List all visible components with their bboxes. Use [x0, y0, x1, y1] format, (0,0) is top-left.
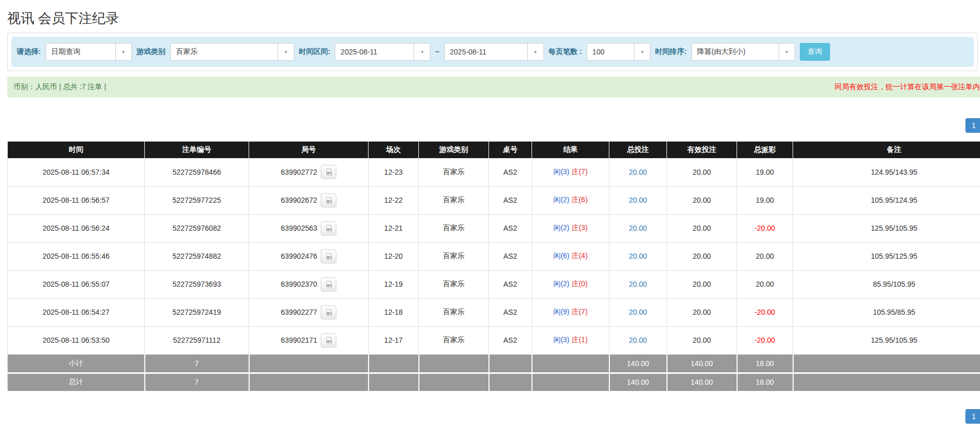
- total-payout: 18.00: [737, 373, 793, 391]
- video-record-button[interactable]: [321, 305, 336, 319]
- result-cell: 闲(3) 庄(1): [532, 326, 609, 354]
- session-number: 12-23: [369, 158, 419, 186]
- result-player: 闲(3): [553, 335, 569, 344]
- round-id: 639902672: [281, 196, 317, 204]
- table-row: 2025-08-11 06:53:50 522725971112 6399021…: [8, 326, 980, 354]
- total-bet-link[interactable]: 20.00: [629, 252, 647, 260]
- page-button[interactable]: 1: [965, 118, 980, 133]
- date-to-select[interactable]: 2025-08-11 ▼: [444, 43, 544, 61]
- table-number: AS2: [489, 298, 532, 326]
- video-record-button[interactable]: [321, 333, 336, 347]
- round-id-cell: 639902277: [249, 298, 369, 326]
- game-type: 百家乐: [419, 214, 489, 242]
- session-number: 12-21: [369, 214, 419, 242]
- bet-time: 2025-08-11 06:54:27: [8, 298, 145, 326]
- payout: 20.00: [737, 270, 793, 298]
- result-banker: 庄(6): [571, 195, 588, 204]
- bet-id: 522725978466: [145, 158, 249, 186]
- payout: 20.00: [737, 242, 793, 270]
- total-bet-cell: 20.00: [609, 298, 667, 326]
- column-header: 备注: [793, 142, 980, 158]
- game-type-label: 游戏类别: [137, 47, 166, 57]
- result-cell: 闲(6) 庄(4): [532, 242, 609, 270]
- total-bet-link[interactable]: 20.00: [629, 308, 647, 316]
- result-cell: 闲(9) 庄(7): [532, 298, 609, 326]
- video-record-button[interactable]: [321, 193, 336, 207]
- total-bet-link[interactable]: 20.00: [629, 280, 647, 288]
- game-type: 百家乐: [419, 270, 489, 298]
- column-header: 场次: [369, 142, 419, 158]
- column-header: 注单编号: [145, 142, 249, 158]
- total-bet-link[interactable]: 20.00: [629, 168, 647, 176]
- chevron-down-icon: ▼: [414, 44, 430, 60]
- table-number: AS2: [489, 242, 532, 270]
- game-type: 百家乐: [419, 298, 489, 326]
- date-range-separator: ~: [435, 48, 439, 56]
- remark: 124.95/143.95: [793, 158, 980, 186]
- result-banker: 庄(0): [571, 279, 588, 288]
- column-header: 桌号: [489, 142, 532, 158]
- round-id-cell: 639902171: [249, 326, 369, 354]
- total-bet-link[interactable]: 20.00: [629, 336, 647, 344]
- round-id-cell: 639902772: [249, 158, 369, 186]
- total-valid-bet: 140.00: [667, 373, 737, 391]
- time-range-label: 时间区间:: [299, 47, 331, 57]
- result-player: 闲(2): [553, 279, 569, 288]
- total-bet-cell: 20.00: [609, 158, 667, 186]
- total-total-bet: 140.00: [609, 373, 667, 391]
- bet-time: 2025-08-11 06:57:34: [8, 158, 145, 186]
- subtotal-payout: 18.00: [737, 354, 793, 373]
- sort-select[interactable]: 降冪(由大到小) ▼: [691, 43, 795, 61]
- round-id-cell: 639902672: [249, 186, 369, 214]
- bet-time: 2025-08-11 06:55:46: [8, 242, 145, 270]
- round-id: 639902476: [281, 252, 317, 260]
- query-type-select[interactable]: 日期查询 ▼: [46, 43, 132, 61]
- chevron-down-icon: ▼: [779, 44, 795, 60]
- payout: 19.00: [737, 186, 793, 214]
- column-header: 结果: [532, 142, 609, 158]
- table-row: 2025-08-11 06:55:07 522725973693 6399023…: [8, 270, 980, 298]
- video-record-button[interactable]: [321, 249, 336, 263]
- total-bet-link[interactable]: 20.00: [629, 196, 647, 204]
- bet-records-table: 时间注单编号局号场次游戏类别桌号结果总投注有效投注总派彩备注 2025-08-1…: [7, 142, 980, 393]
- table-row: 2025-08-11 06:56:24 522725976082 6399025…: [8, 214, 980, 242]
- video-record-button[interactable]: [321, 221, 336, 235]
- total-bet-link[interactable]: 20.00: [629, 224, 647, 232]
- video-file-icon: [325, 197, 333, 204]
- page-content: 视讯 会员下注纪录 请选择: 日期查询 ▼ 游戏类别 百家乐 ▼ 时间区间: 2…: [7, 9, 980, 424]
- column-header: 总派彩: [737, 142, 793, 158]
- bet-time: 2025-08-11 06:53:50: [8, 326, 145, 354]
- page-size-label: 每页笔数 :: [549, 47, 582, 57]
- round-id: 639902277: [281, 308, 317, 316]
- pagination-bottom: 1: [7, 409, 980, 424]
- chevron-down-icon: ▼: [634, 44, 650, 60]
- total-count: 7: [145, 373, 249, 391]
- game-type-select[interactable]: 百家乐 ▼: [170, 43, 294, 61]
- page-button[interactable]: 1: [965, 409, 980, 424]
- bet-time: 2025-08-11 06:56:24: [8, 214, 145, 242]
- video-record-button[interactable]: [321, 277, 336, 291]
- remark: 85.95/105.95: [793, 270, 980, 298]
- table-header-row: 时间注单编号局号场次游戏类别桌号结果总投注有效投注总派彩备注: [8, 142, 980, 158]
- valid-bet: 20.00: [667, 242, 737, 270]
- date-from-select[interactable]: 2025-08-11 ▼: [335, 43, 430, 61]
- page-size-select[interactable]: 100 ▼: [587, 43, 650, 61]
- round-id: 639902772: [281, 168, 317, 176]
- remark: 125.95/105.95: [793, 214, 980, 242]
- currency-total-text: 币别：人民币 | 总共 :7 注单 |: [13, 82, 106, 92]
- result-player: 闲(9): [553, 307, 569, 316]
- payout: -20.00: [737, 214, 793, 242]
- game-type: 百家乐: [419, 242, 489, 270]
- sort-value: 降冪(由大到小): [692, 47, 751, 57]
- total-label: 总计: [8, 373, 145, 391]
- table-row: 2025-08-11 06:54:27 522725972419 6399022…: [8, 298, 980, 326]
- column-header: 有效投注: [667, 142, 737, 158]
- date-from-value: 2025-08-11: [335, 48, 383, 56]
- session-number: 12-19: [369, 270, 419, 298]
- table-number: AS2: [489, 326, 532, 354]
- bet-id: 522725974882: [145, 242, 249, 270]
- remark: 105.95/124.95: [793, 186, 980, 214]
- video-record-button[interactable]: [321, 165, 336, 179]
- session-number: 12-22: [369, 186, 419, 214]
- search-button[interactable]: 查询: [800, 43, 830, 61]
